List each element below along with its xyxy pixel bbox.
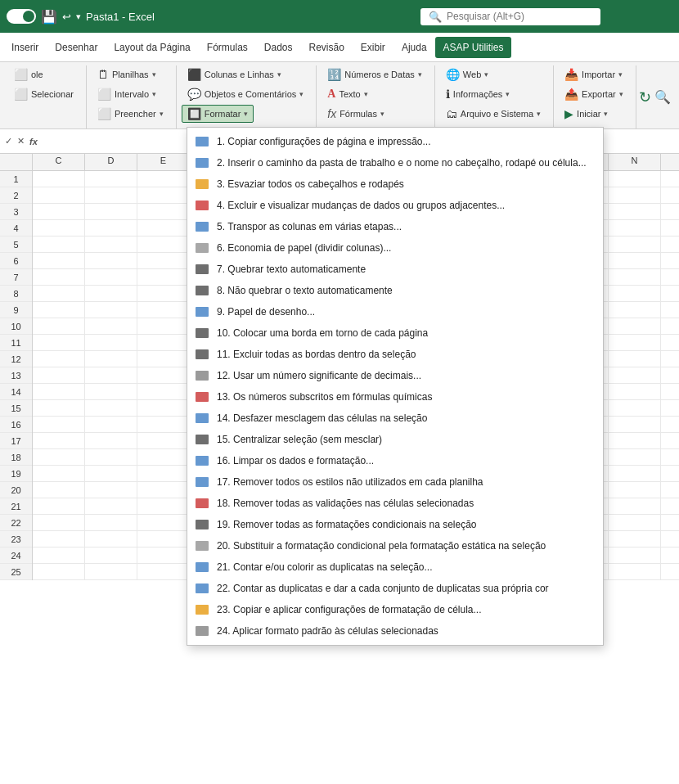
grid-cell-5-12[interactable]	[661, 237, 679, 253]
grid-cell-15-0[interactable]	[33, 400, 85, 417]
dropdown-item-9[interactable]: 9. Papel de desenho...	[187, 301, 603, 322]
grid-cell-9-0[interactable]	[33, 302, 85, 318]
grid-cell-11-2[interactable]	[137, 335, 190, 351]
menu-dados[interactable]: Dados	[256, 37, 301, 58]
ribbon-btn-numeros[interactable]: 🔢 Números e Datas ▾	[322, 65, 428, 83]
save-icon[interactable]: 💾	[41, 9, 57, 25]
dropdown-item-21[interactable]: 21. Contar e/ou colorir as duplicatas na…	[187, 556, 603, 578]
grid-cell-7-2[interactable]	[137, 269, 190, 286]
grid-cell-22-2[interactable]	[137, 515, 190, 531]
ribbon-btn-arquivo[interactable]: 🗂 Arquivo e Sistema ▾	[440, 105, 546, 123]
grid-cell-15-12[interactable]	[661, 400, 679, 417]
grid-cell-15-11[interactable]	[609, 400, 661, 417]
grid-cell-20-11[interactable]	[609, 482, 661, 498]
dropdown-item-10[interactable]: 10. Colocar uma borda em torno de cada p…	[187, 322, 603, 344]
grid-cell-2-12[interactable]	[661, 187, 679, 204]
grid-cell-24-2[interactable]	[137, 547, 190, 564]
grid-cell-9-11[interactable]	[609, 302, 661, 318]
grid-cell-3-1[interactable]	[85, 204, 137, 220]
dropdown-item-18[interactable]: 18. Remover todas as validações nas célu…	[187, 493, 603, 514]
grid-cell-18-12[interactable]	[661, 449, 679, 466]
dropdown-item-8[interactable]: 8. Não quebrar o texto automaticamente	[187, 280, 603, 301]
ribbon-btn-importar[interactable]: 📥 Importar ▾	[559, 65, 628, 83]
grid-cell-8-0[interactable]	[33, 286, 85, 302]
grid-cell-17-12[interactable]	[661, 433, 679, 449]
ribbon-btn-intervalo[interactable]: ⬜ Intervalo ▾	[92, 85, 162, 103]
grid-cell-17-11[interactable]	[609, 433, 661, 449]
grid-cell-25-11[interactable]	[609, 564, 661, 580]
dropdown-item-4[interactable]: 4. Excluir e visualizar mudanças de dado…	[187, 195, 603, 216]
dropdown-item-22[interactable]: 22. Contar as duplicatas e dar a cada co…	[187, 578, 603, 599]
search-input[interactable]	[447, 11, 586, 22]
grid-cell-3-12[interactable]	[661, 204, 679, 220]
grid-cell-24-0[interactable]	[33, 547, 85, 564]
grid-cell-16-1[interactable]	[85, 417, 137, 433]
ribbon-btn-iniciar[interactable]: ▶ Iniciar ▾	[559, 105, 614, 123]
grid-cell-11-1[interactable]	[85, 335, 137, 351]
grid-cell-21-2[interactable]	[137, 498, 190, 515]
grid-cell-1-2[interactable]	[137, 171, 190, 187]
grid-cell-8-2[interactable]	[137, 286, 190, 302]
grid-cell-9-12[interactable]	[661, 302, 679, 318]
ribbon-btn-ole[interactable]: ⬜ ole	[8, 65, 49, 83]
ribbon-btn-formulas[interactable]: fx Fórmulas ▾	[322, 105, 390, 123]
grid-cell-22-12[interactable]	[661, 515, 679, 531]
grid-cell-15-2[interactable]	[137, 400, 190, 417]
grid-cell-12-12[interactable]	[661, 351, 679, 367]
grid-cell-7-1[interactable]	[85, 269, 137, 286]
grid-cell-12-11[interactable]	[609, 351, 661, 367]
grid-cell-13-12[interactable]	[661, 367, 679, 384]
grid-cell-20-1[interactable]	[85, 482, 137, 498]
dropdown-item-5[interactable]: 5. Transpor as colunas em várias etapas.…	[187, 216, 603, 237]
grid-cell-13-1[interactable]	[85, 367, 137, 384]
ribbon-btn-exportar[interactable]: 📤 Exportar ▾	[559, 85, 629, 103]
grid-cell-17-0[interactable]	[33, 433, 85, 449]
grid-cell-3-0[interactable]	[33, 204, 85, 220]
grid-cell-21-12[interactable]	[661, 498, 679, 515]
grid-cell-25-1[interactable]	[85, 564, 137, 580]
menu-layout[interactable]: Layout da Página	[106, 37, 198, 58]
menu-inserir[interactable]: Inserir	[3, 37, 47, 58]
grid-cell-24-1[interactable]	[85, 547, 137, 564]
grid-cell-18-11[interactable]	[609, 449, 661, 466]
grid-cell-4-12[interactable]	[661, 220, 679, 237]
grid-cell-25-0[interactable]	[33, 564, 85, 580]
grid-cell-23-1[interactable]	[85, 531, 137, 547]
grid-cell-6-0[interactable]	[33, 253, 85, 269]
dropdown-item-12[interactable]: 12. Usar um número significante de decim…	[187, 365, 603, 386]
grid-cell-3-2[interactable]	[137, 204, 190, 220]
grid-cell-17-1[interactable]	[85, 433, 137, 449]
grid-cell-23-11[interactable]	[609, 531, 661, 547]
undo-icon[interactable]: ↩	[62, 11, 71, 23]
refresh-icon[interactable]: ↻	[639, 88, 651, 106]
grid-cell-14-11[interactable]	[609, 384, 661, 400]
grid-cell-11-12[interactable]	[661, 335, 679, 351]
grid-cell-7-0[interactable]	[33, 269, 85, 286]
grid-cell-4-0[interactable]	[33, 220, 85, 237]
grid-cell-16-11[interactable]	[609, 417, 661, 433]
ribbon-btn-informacoes[interactable]: ℹ Informações ▾	[440, 85, 516, 103]
grid-cell-2-11[interactable]	[609, 187, 661, 204]
grid-cell-9-2[interactable]	[137, 302, 190, 318]
dropdown-item-13[interactable]: 13. Os números subscritos em fórmulas qu…	[187, 386, 603, 408]
ribbon-btn-selecionar[interactable]: ⬜ Selecionar	[8, 85, 79, 103]
dropdown-item-16[interactable]: 16. Limpar os dados e formatação...	[187, 450, 603, 471]
ribbon-btn-preencher[interactable]: ⬜ Preencher ▾	[92, 105, 169, 123]
grid-cell-2-1[interactable]	[85, 187, 137, 204]
dropdown-item-2[interactable]: 2. Inserir o caminho da pasta de trabalh…	[187, 152, 603, 173]
grid-cell-10-12[interactable]	[661, 318, 679, 335]
grid-cell-5-0[interactable]	[33, 237, 85, 253]
dropdown-item-14[interactable]: 14. Desfazer mesclagem das células na se…	[187, 408, 603, 429]
grid-cell-22-0[interactable]	[33, 515, 85, 531]
grid-cell-25-2[interactable]	[137, 564, 190, 580]
grid-cell-21-11[interactable]	[609, 498, 661, 515]
grid-cell-24-12[interactable]	[661, 547, 679, 564]
menu-desenhar[interactable]: Desenhar	[47, 37, 106, 58]
grid-cell-7-12[interactable]	[661, 269, 679, 286]
grid-cell-6-12[interactable]	[661, 253, 679, 269]
grid-cell-19-2[interactable]	[137, 466, 190, 482]
grid-cell-9-1[interactable]	[85, 302, 137, 318]
grid-cell-20-2[interactable]	[137, 482, 190, 498]
grid-cell-12-2[interactable]	[137, 351, 190, 367]
grid-cell-13-0[interactable]	[33, 367, 85, 384]
